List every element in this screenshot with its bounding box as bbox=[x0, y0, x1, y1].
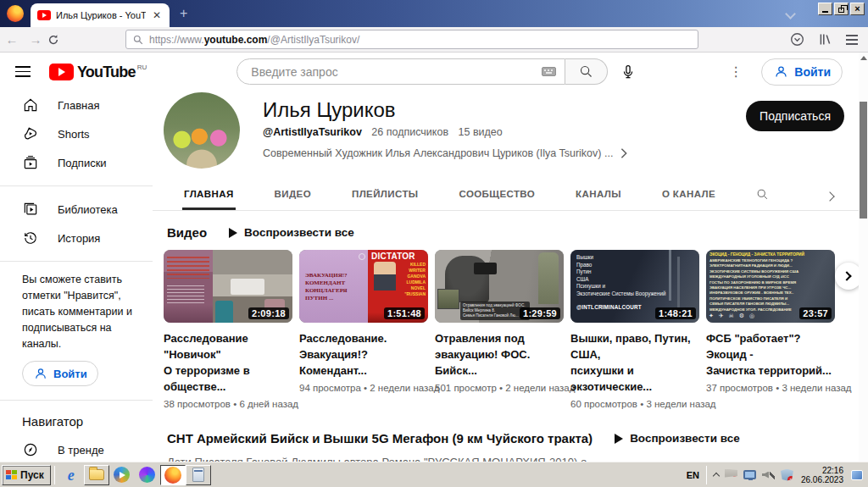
firefox-taskbar-button[interactable] bbox=[160, 465, 186, 485]
carousel-next-button[interactable] bbox=[835, 263, 859, 290]
channel-search-icon[interactable] bbox=[756, 188, 769, 210]
security-flag-alert-icon[interactable] bbox=[725, 469, 737, 481]
restore-icon bbox=[838, 8, 844, 13]
network-icon[interactable] bbox=[743, 470, 756, 479]
home-icon bbox=[22, 97, 39, 113]
video-thumbnail[interactable]: Отравления под эвакуацией ФОС. Бийск Мер… bbox=[435, 250, 564, 323]
keyboard-icon[interactable] bbox=[542, 67, 556, 76]
tab-community[interactable]: СООБЩЕСТВО bbox=[459, 189, 536, 210]
volume-icon[interactable] bbox=[762, 469, 775, 481]
sidebar-item-subscriptions[interactable]: Подписки bbox=[0, 148, 153, 177]
youtube-logo[interactable]: YouTube RU bbox=[49, 64, 147, 80]
thumbnail-art bbox=[164, 250, 213, 323]
video-thumbnail[interactable]: 2:09:18 bbox=[164, 250, 292, 323]
tab-close-icon[interactable]: ✕ bbox=[151, 9, 163, 21]
youtube-logo-text: YouTube bbox=[77, 64, 136, 80]
sidebar-item-shorts[interactable]: Shorts bbox=[0, 119, 153, 148]
sidebar-item-history[interactable]: История bbox=[0, 224, 153, 252]
play-all-button[interactable]: Воспроизвести все bbox=[229, 226, 354, 239]
video-title[interactable]: ФСБ "работает"? Экоцид - Зачистка террит… bbox=[706, 330, 835, 379]
tray-date: 26.06.2023 bbox=[801, 475, 843, 484]
video-card[interactable]: ЭКОЦИД - ГЕНОЦИД - ЗАЧИСТКА ТЕРРИТОРИЙ А… bbox=[706, 250, 835, 409]
guide-menu-icon[interactable] bbox=[15, 66, 31, 77]
forward-button[interactable]: → bbox=[24, 32, 47, 47]
reload-button[interactable] bbox=[47, 34, 71, 46]
video-thumbnail[interactable]: Вышки Право Путин США Психушки и Экзотич… bbox=[570, 250, 699, 323]
channel-tabs: ГЛАВНАЯ ВИДЕО ПЛЕЙЛИСТЫ СООБЩЕСТВО КАНАЛ… bbox=[153, 175, 859, 211]
sidebar-item-label: Подписки bbox=[58, 157, 107, 169]
sidebar-item-home[interactable]: Главная bbox=[0, 91, 153, 119]
scrollbar-thumb[interactable] bbox=[860, 102, 867, 219]
close-button[interactable]: × bbox=[850, 3, 865, 15]
subscriber-count: 26 подписчиков bbox=[371, 126, 448, 138]
channel-avatar[interactable] bbox=[164, 92, 240, 169]
clock[interactable]: 22:16 26.06.2023 bbox=[799, 466, 845, 484]
play-all-button[interactable]: Воспроизвести все bbox=[615, 432, 740, 445]
video-title[interactable]: Расследование "Новичок" О терроризме в о… bbox=[164, 330, 292, 395]
search-box[interactable] bbox=[236, 58, 565, 85]
browser-shortcut[interactable] bbox=[135, 465, 160, 485]
minimize-button[interactable] bbox=[818, 3, 832, 15]
tab-channels[interactable]: КАНАЛЫ bbox=[576, 189, 621, 210]
video-title[interactable]: Вышки, право, Путин, США, психушки и экз… bbox=[570, 330, 699, 395]
video-title[interactable]: Отравления под эвакуацию! ФОС. Бийск... bbox=[435, 330, 564, 379]
restore-button[interactable] bbox=[834, 3, 849, 15]
video-thumbnail[interactable]: ЭКОЦИД - ГЕНОЦИД - ЗАЧИСТКА ТЕРРИТОРИЙ А… bbox=[706, 250, 835, 323]
scroll-up-arrow-icon[interactable] bbox=[860, 56, 867, 60]
thumbnail-symbols: ✦ ✈ ☠ ⚙ ◎ bbox=[709, 313, 756, 319]
video-card[interactable]: Отравления под эвакуацией ФОС. Бийск Мер… bbox=[435, 250, 564, 409]
search-button[interactable] bbox=[565, 58, 608, 85]
video-thumbnail[interactable]: ЭВАКУАЦИЯ!? КОМЕНДАНТ КОНЦЛАГЕРЯ ПУТИН .… bbox=[299, 250, 428, 323]
sidebar-item-trending[interactable]: В тренде bbox=[0, 435, 153, 462]
thumbnail-text: АМЕРИКАНСКИЕ ТЕХНОЛОГИИ ГЕНОЦИДА ? ЭЛЕКТ… bbox=[709, 258, 832, 313]
tab-playlists[interactable]: ПЛЕЙЛИСТЫ bbox=[352, 189, 419, 210]
video-card[interactable]: Вышки Право Путин США Психушки и Экзотич… bbox=[570, 250, 699, 409]
voice-search-button[interactable] bbox=[620, 64, 637, 80]
back-button[interactable]: ← bbox=[0, 32, 24, 47]
sidebar-item-library[interactable]: Библиотека bbox=[0, 195, 153, 224]
internet-explorer-shortcut[interactable]: e bbox=[58, 465, 84, 485]
new-tab-button[interactable]: + bbox=[180, 7, 187, 20]
channel-description[interactable]: Современный Художник Илья Александрович … bbox=[263, 147, 687, 159]
chevron-right-icon bbox=[620, 147, 628, 159]
header-signin-button[interactable]: Войти bbox=[761, 58, 843, 86]
file-explorer-shortcut[interactable] bbox=[84, 465, 109, 485]
alert-badge bbox=[781, 469, 793, 481]
tab-home[interactable]: ГЛАВНАЯ bbox=[184, 189, 234, 210]
subscribe-button[interactable]: Подписаться bbox=[746, 101, 844, 131]
url-bar[interactable]: https://www.youtube.com/@ArtistIlyaTsuri… bbox=[125, 30, 698, 49]
pocket-icon[interactable] bbox=[790, 32, 804, 47]
show-desktop-icon[interactable] bbox=[851, 470, 863, 480]
browser-tab[interactable]: Илья Цуриков - YouTube ✕ bbox=[31, 3, 170, 27]
play-all-label: Воспроизвести все bbox=[630, 432, 740, 445]
search-input[interactable] bbox=[249, 64, 542, 80]
tab-about[interactable]: О КАНАЛЕ bbox=[662, 189, 715, 210]
channel-header: Илья Цуриков @ArtistIlyaTsurikov 26 подп… bbox=[153, 91, 859, 175]
list-tabs-chevron-icon[interactable] bbox=[785, 8, 796, 19]
security-shield-alert-icon[interactable] bbox=[781, 469, 793, 481]
video-title[interactable]: Расследование. Эвакуация!? Комендант... bbox=[299, 330, 428, 379]
menu-icon[interactable] bbox=[846, 35, 858, 45]
media-player-shortcut[interactable] bbox=[109, 465, 135, 485]
kebab-menu-icon[interactable]: ⋮ bbox=[729, 64, 743, 80]
language-indicator[interactable]: EN bbox=[683, 470, 703, 480]
channel-description-text: Современный Художник Илья Александрович … bbox=[263, 147, 613, 159]
subscriptions-icon bbox=[22, 154, 39, 171]
tabs-overflow-chevron-icon[interactable] bbox=[825, 191, 834, 201]
start-button[interactable]: Пуск bbox=[2, 465, 51, 485]
video-card[interactable]: ЭВАКУАЦИЯ!? КОМЕНДАНТ КОНЦЛАГЕРЯ ПУТИН .… bbox=[299, 250, 428, 409]
thumbnail-text: ЭВАКУАЦИЯ!? КОМЕНДАНТ КОНЦЛАГЕРЯ ПУТИН .… bbox=[305, 272, 348, 302]
play-icon bbox=[229, 228, 237, 238]
notepad-shortcut[interactable] bbox=[186, 465, 211, 485]
trending-icon bbox=[22, 441, 39, 458]
playlist-title[interactable]: СНТ Армейский Бийск и Вышки 5G Мегафон (… bbox=[167, 431, 593, 445]
page-scrollbar[interactable] bbox=[859, 53, 868, 462]
sidebar-signin-button[interactable]: Войти bbox=[22, 361, 98, 386]
thumbnail-text: @INTLCRIMINALCOURT bbox=[576, 304, 642, 310]
video-card[interactable]: 2:09:18 Расследование "Новичок" О террор… bbox=[164, 250, 292, 409]
library-icon[interactable] bbox=[818, 32, 832, 47]
library-icon bbox=[22, 201, 39, 218]
channel-page: Илья Цуриков @ArtistIlyaTsurikov 26 подп… bbox=[153, 91, 859, 462]
tray-expand-chevron-icon[interactable] bbox=[713, 473, 720, 479]
tab-videos[interactable]: ВИДЕО bbox=[275, 189, 311, 210]
